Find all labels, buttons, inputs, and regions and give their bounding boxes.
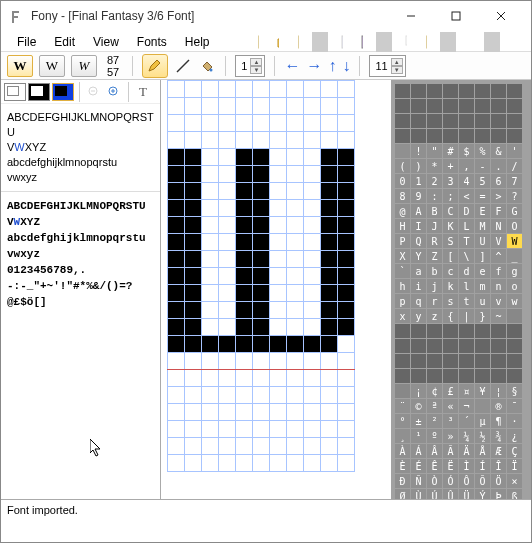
glyph-cell[interactable]: Ä — [459, 444, 474, 458]
glyph-cell[interactable]: > — [491, 189, 506, 203]
glyph-cell[interactable] — [491, 84, 506, 98]
glyph-cell[interactable]: Å — [475, 444, 490, 458]
glyph-cell[interactable]: ¨ — [395, 399, 410, 413]
glyph-cell[interactable]: f — [491, 264, 506, 278]
glyph-cell[interactable] — [459, 324, 474, 338]
menu-edit[interactable]: Edit — [46, 33, 83, 51]
glyph-cell[interactable]: ` — [395, 264, 410, 278]
undo-icon[interactable] — [461, 33, 479, 51]
glyph-cell[interactable] — [411, 354, 426, 368]
glyph-cell[interactable]: o — [507, 279, 522, 293]
glyph-cell[interactable] — [459, 369, 474, 383]
glyph-cell[interactable]: ; — [443, 189, 458, 203]
glyph-cell[interactable]: : — [427, 189, 442, 203]
glyph-cell[interactable]: Ð — [395, 474, 410, 488]
glyph-cell[interactable]: 8 — [395, 189, 410, 203]
glyph-cell[interactable]: J — [427, 219, 442, 233]
glyph-cell[interactable]: ¢ — [427, 384, 442, 398]
glyph-cell[interactable] — [395, 384, 410, 398]
glyph-cell[interactable]: % — [475, 144, 490, 158]
glyph-cell[interactable] — [491, 354, 506, 368]
glyph-cell[interactable]: Í — [475, 459, 490, 473]
glyph-cell[interactable]: À — [395, 444, 410, 458]
color-swatch-1[interactable] — [4, 83, 26, 101]
glyph-cell[interactable]: Ü — [459, 489, 474, 499]
save-as-icon[interactable] — [353, 33, 371, 51]
glyph-cell[interactable]: F — [491, 204, 506, 218]
glyph-cell[interactable]: d — [459, 264, 474, 278]
glyph-cell[interactable]: p — [395, 294, 410, 308]
glyph-cell[interactable]: . — [491, 159, 506, 173]
glyph-cell[interactable]: ª — [427, 399, 442, 413]
glyph-cell[interactable]: v — [491, 294, 506, 308]
glyph-cell[interactable]: ¤ — [459, 384, 474, 398]
glyph-cell[interactable] — [411, 114, 426, 128]
glyph-cell[interactable]: " — [427, 144, 442, 158]
glyph-cell[interactable]: ¬ — [459, 399, 474, 413]
glyph-cell[interactable] — [475, 84, 490, 98]
glyph-cell[interactable]: V — [491, 234, 506, 248]
close-button[interactable] — [478, 2, 523, 30]
glyph-cell[interactable]: º — [427, 429, 442, 443]
glyph-cell[interactable]: 5 — [475, 174, 490, 188]
glyph-cell[interactable]: 6 — [491, 174, 506, 188]
color-swatch-3[interactable] — [52, 83, 74, 101]
glyph-palette[interactable]: !"#$%&'()*+,-./0123456789:;<=>?@ABCDEFGH… — [391, 80, 531, 499]
glyph-cell[interactable]: È — [395, 459, 410, 473]
glyph-cell[interactable]: b — [427, 264, 442, 278]
glyph-cell[interactable]: « — [443, 399, 458, 413]
glyph-editor[interactable] — [161, 80, 391, 499]
menu-help[interactable]: Help — [177, 33, 218, 51]
glyph-cell[interactable] — [395, 324, 410, 338]
glyph-cell[interactable]: É — [411, 459, 426, 473]
menu-file[interactable]: File — [9, 33, 44, 51]
glyph-cell[interactable] — [427, 84, 442, 98]
glyph-cell[interactable]: C — [443, 204, 458, 218]
glyph-cell[interactable] — [459, 129, 474, 143]
glyph-cell[interactable] — [395, 369, 410, 383]
glyph-cell[interactable]: Þ — [491, 489, 506, 499]
glyph-cell[interactable]: ¶ — [491, 414, 506, 428]
char-w-ital-button[interactable]: W — [71, 55, 97, 77]
glyph-cell[interactable] — [427, 339, 442, 353]
glyph-cell[interactable]: E — [475, 204, 490, 218]
glyph-cell[interactable]: Ö — [491, 474, 506, 488]
glyph-cell[interactable]: H — [395, 219, 410, 233]
glyph-cell[interactable]: R — [427, 234, 442, 248]
glyph-cell[interactable]: ¸ — [395, 429, 410, 443]
glyph-cell[interactable]: < — [459, 189, 474, 203]
glyph-cell[interactable] — [491, 129, 506, 143]
glyph-cell[interactable] — [395, 114, 410, 128]
glyph-cell[interactable]: a — [411, 264, 426, 278]
glyph-cell[interactable]: Õ — [475, 474, 490, 488]
glyph-cell[interactable] — [443, 324, 458, 338]
width-spinner[interactable]: 1▲▼ — [235, 55, 265, 77]
glyph-cell[interactable]: ° — [395, 414, 410, 428]
glyph-cell[interactable] — [507, 114, 522, 128]
glyph-cell[interactable]: Ñ — [411, 474, 426, 488]
arrow-left-icon[interactable]: ← — [284, 57, 300, 75]
glyph-cell[interactable]: ¯ — [507, 399, 522, 413]
glyph-cell[interactable]: Î — [491, 459, 506, 473]
glyph-cell[interactable]: $ — [459, 144, 474, 158]
glyph-cell[interactable]: Ï — [507, 459, 522, 473]
glyph-cell[interactable]: Æ — [491, 444, 506, 458]
glyph-cell[interactable]: = — [475, 189, 490, 203]
glyph-cell[interactable] — [395, 354, 410, 368]
line-tool[interactable] — [174, 57, 192, 75]
glyph-cell[interactable]: e — [475, 264, 490, 278]
glyph-cell[interactable] — [507, 354, 522, 368]
glyph-cell[interactable] — [427, 354, 442, 368]
glyph-cell[interactable]: ~ — [491, 309, 506, 323]
glyph-cell[interactable]: G — [507, 204, 522, 218]
glyph-cell[interactable] — [411, 324, 426, 338]
glyph-cell[interactable]: 7 — [507, 174, 522, 188]
glyph-cell[interactable]: » — [443, 429, 458, 443]
glyph-cell[interactable]: K — [443, 219, 458, 233]
glyph-cell[interactable]: Ý — [475, 489, 490, 499]
glyph-cell[interactable]: [ — [443, 249, 458, 263]
glyph-cell[interactable] — [475, 129, 490, 143]
glyph-cell[interactable]: 4 — [459, 174, 474, 188]
glyph-cell[interactable]: 9 — [411, 189, 426, 203]
glyph-cell[interactable]: l — [459, 279, 474, 293]
